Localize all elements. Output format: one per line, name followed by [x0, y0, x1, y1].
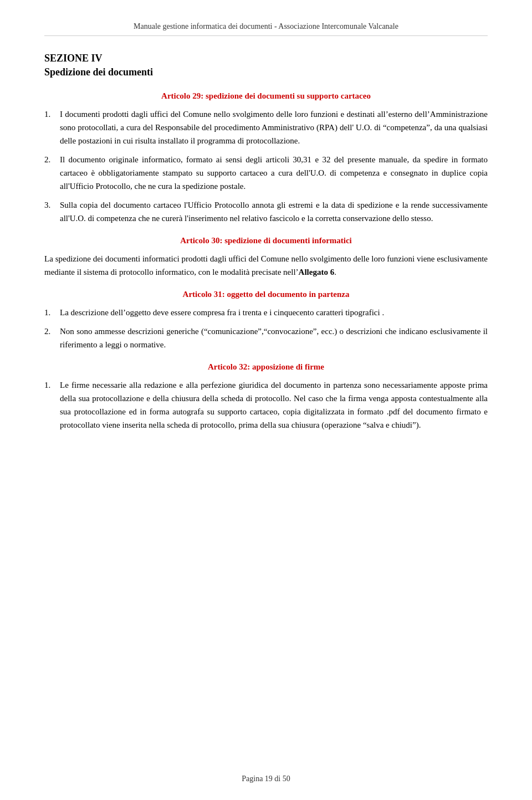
item-content: La descrizione dell’oggetto deve essere … — [60, 306, 488, 319]
page: Manuale gestione informatica dei documen… — [0, 0, 532, 800]
item-number: 2. — [44, 153, 60, 193]
article-32-title: Articolo 32: apposizione di firme — [44, 362, 488, 372]
article-30-body-text: La spedizione dei documenti informatici … — [44, 254, 488, 276]
item-number: 1. — [44, 378, 60, 432]
article-30-body-end: . — [334, 268, 336, 276]
article-31-item-2: 2. Non sono ammesse descrizioni generich… — [44, 325, 488, 351]
item-content: Non sono ammesse descrizioni generiche (… — [60, 325, 488, 351]
article-29-title: Articolo 29: spedizione dei documenti su… — [44, 91, 488, 101]
article-30-title: Articolo 30: spedizione di documenti inf… — [44, 236, 488, 245]
item-number: 1. — [44, 107, 60, 147]
article-30: Articolo 30: spedizione di documenti inf… — [44, 236, 488, 279]
article-29: Articolo 29: spedizione dei documenti su… — [44, 91, 488, 225]
article-31-item-1: 1. La descrizione dell’oggetto deve esse… — [44, 306, 488, 319]
item-number: 1. — [44, 306, 60, 319]
footer-text: Pagina 19 di 50 — [242, 775, 290, 783]
article-29-item-2: 2. Il documento originale informatico, f… — [44, 153, 488, 193]
item-content: Le firme necessarie alla redazione e all… — [60, 378, 488, 432]
item-content: Il documento originale informatico, form… — [60, 153, 488, 193]
article-31: Articolo 31: oggetto del documento in pa… — [44, 290, 488, 351]
article-31-title: Articolo 31: oggetto del documento in pa… — [44, 290, 488, 299]
page-footer: Pagina 19 di 50 — [0, 775, 532, 783]
article-30-allegato: Allegato 6 — [299, 268, 335, 276]
page-header: Manuale gestione informatica dei documen… — [44, 22, 488, 36]
section-subtitle: Spedizione dei documenti — [44, 66, 488, 78]
article-30-body: La spedizione dei documenti informatici … — [44, 252, 488, 279]
item-content: I documenti prodotti dagli uffici del Co… — [60, 107, 488, 147]
article-32: Articolo 32: apposizione di firme 1. Le … — [44, 362, 488, 432]
item-content: Sulla copia del documento cartaceo l'Uff… — [60, 198, 488, 225]
article-32-item-1: 1. Le firme necessarie alla redazione e … — [44, 378, 488, 432]
item-number: 2. — [44, 325, 60, 351]
article-29-item-3: 3. Sulla copia del documento cartaceo l'… — [44, 198, 488, 225]
header-title: Manuale gestione informatica dei documen… — [134, 22, 398, 30]
section-title: SEZIONE IV — [44, 53, 488, 64]
article-29-item-1: 1. I documenti prodotti dagli uffici del… — [44, 107, 488, 147]
item-number: 3. — [44, 198, 60, 225]
